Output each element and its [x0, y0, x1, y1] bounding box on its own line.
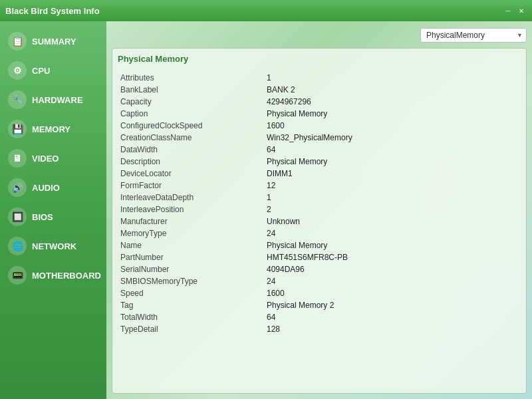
row-key: BankLabel	[118, 84, 264, 96]
table-row: InterleavePosition2	[118, 203, 521, 215]
close-button[interactable]: ✕	[516, 5, 527, 16]
row-value: 1	[264, 192, 521, 203]
info-table: Attributes1BankLabelBANK 2Capacity429496…	[118, 72, 521, 335]
memory-icon: 💾	[8, 120, 27, 138]
row-value: 24	[264, 227, 521, 239]
table-row: TypeDetail128	[118, 323, 521, 335]
sidebar-item-video[interactable]: 🖥VIDEO	[0, 144, 106, 173]
row-value: Physical Memory	[264, 156, 521, 168]
sidebar-label-summary: SUMMARY	[32, 37, 76, 47]
row-key: Attributes	[118, 72, 264, 84]
table-row: CaptionPhysical Memory	[118, 108, 521, 120]
summary-icon: 📋	[8, 32, 27, 51]
table-row: BankLabelBANK 2	[118, 84, 521, 96]
sidebar-item-network[interactable]: 🌐NETWORK	[0, 231, 106, 261]
audio-icon: 🔊	[8, 178, 27, 197]
table-row: ManufacturerUnknown	[118, 215, 521, 227]
row-value: Physical Memory	[264, 108, 521, 120]
row-value: 4094DA96	[264, 263, 521, 275]
row-value: Physical Memory	[264, 239, 521, 251]
row-value: 1600	[264, 120, 521, 132]
row-value: HMT451S6MFR8C-PB	[264, 251, 521, 263]
table-row: FormFactor12	[118, 180, 521, 192]
row-key: Description	[118, 156, 264, 168]
row-key: SMBIOSMemoryType	[118, 275, 264, 287]
row-key: InterleavePosition	[118, 203, 264, 215]
hardware-icon: 🔧	[8, 90, 27, 109]
sidebar-label-bios: BIOS	[32, 212, 53, 222]
table-row: DescriptionPhysical Memory	[118, 156, 521, 168]
sidebar-item-summary[interactable]: 📋SUMMARY	[0, 27, 106, 56]
row-key: PartNumber	[118, 251, 264, 263]
sidebar-label-network: NETWORK	[32, 241, 76, 251]
title-bar: Black Bird System Info ─ ✕	[0, 0, 532, 21]
sidebar-label-memory: MEMORY	[32, 124, 70, 134]
row-value: 2	[264, 203, 521, 215]
row-value: 12	[264, 180, 521, 192]
row-value: 64	[264, 144, 521, 156]
row-key: Manufacturer	[118, 215, 264, 227]
row-key: Name	[118, 239, 264, 251]
row-value: DIMM1	[264, 168, 521, 180]
sidebar: 📋SUMMARY⚙CPU🔧HARDWARE💾MEMORY🖥VIDEO🔊AUDIO…	[0, 21, 106, 399]
row-key: TotalWidth	[118, 311, 264, 323]
row-key: Caption	[118, 108, 264, 120]
sidebar-item-hardware[interactable]: 🔧HARDWARE	[0, 85, 106, 114]
row-value: Physical Memory 2	[264, 299, 521, 311]
sidebar-label-motherboard: MOTHERBOARD	[32, 271, 101, 281]
main-layout: 📋SUMMARY⚙CPU🔧HARDWARE💾MEMORY🖥VIDEO🔊AUDIO…	[0, 21, 532, 399]
table-row: MemoryType24	[118, 227, 521, 239]
sidebar-item-motherboard[interactable]: 📟MOTHERBOARD	[0, 261, 106, 290]
row-key: DataWidth	[118, 144, 264, 156]
sidebar-label-audio: AUDIO	[32, 183, 60, 193]
table-row: Capacity4294967296	[118, 96, 521, 108]
table-row: CreationClassNameWin32_PhysicalMemory	[118, 132, 521, 144]
row-value: 64	[264, 311, 521, 323]
sidebar-item-audio[interactable]: 🔊AUDIO	[0, 173, 106, 202]
table-row: PartNumberHMT451S6MFR8C-PB	[118, 251, 521, 263]
table-row: SMBIOSMemoryType24	[118, 275, 521, 287]
row-key: ConfiguredClockSpeed	[118, 120, 264, 132]
row-key: Speed	[118, 287, 264, 299]
cpu-icon: ⚙	[8, 61, 27, 80]
minimize-button[interactable]: ─	[503, 5, 513, 16]
row-key: SerialNumber	[118, 263, 264, 275]
row-value: BANK 2	[264, 84, 521, 96]
table-row: ConfiguredClockSpeed1600	[118, 120, 521, 132]
row-value: Unknown	[264, 215, 521, 227]
network-icon: 🌐	[8, 237, 27, 255]
row-key: DeviceLocator	[118, 168, 264, 180]
table-row: DeviceLocatorDIMM1	[118, 168, 521, 180]
sidebar-item-bios[interactable]: 🔲BIOS	[0, 202, 106, 231]
sidebar-item-memory[interactable]: 💾MEMORY	[0, 114, 106, 144]
table-row: DataWidth64	[118, 144, 521, 156]
row-key: Capacity	[118, 96, 264, 108]
bios-icon: 🔲	[8, 207, 27, 226]
table-row: TagPhysical Memory 2	[118, 299, 521, 311]
app-title: Black Bird System Info	[5, 6, 100, 16]
window-controls: ─ ✕	[503, 5, 527, 16]
table-row: SerialNumber4094DA96	[118, 263, 521, 275]
table-row: NamePhysical Memory	[118, 239, 521, 251]
sidebar-label-video: VIDEO	[32, 154, 59, 164]
memory-type-dropdown[interactable]: PhysicalMemoryVirtualMemory	[420, 28, 527, 43]
row-key: Tag	[118, 299, 264, 311]
row-key: FormFactor	[118, 180, 264, 192]
row-value: Win32_PhysicalMemory	[264, 132, 521, 144]
row-key: MemoryType	[118, 227, 264, 239]
sidebar-item-cpu[interactable]: ⚙CPU	[0, 56, 106, 85]
sidebar-label-hardware: HARDWARE	[32, 95, 83, 105]
table-row: InterleaveDataDepth1	[118, 192, 521, 203]
panel-title: Physical Memory	[118, 54, 521, 66]
row-value: 128	[264, 323, 521, 335]
sidebar-label-cpu: CPU	[32, 66, 50, 76]
row-value: 4294967296	[264, 96, 521, 108]
row-value: 24	[264, 275, 521, 287]
row-key: TypeDetail	[118, 323, 264, 335]
table-row: TotalWidth64	[118, 311, 521, 323]
content-area: PhysicalMemoryVirtualMemory Physical Mem…	[106, 21, 532, 399]
memory-type-dropdown-wrapper: PhysicalMemoryVirtualMemory	[420, 28, 527, 43]
table-row: Speed1600	[118, 287, 521, 299]
motherboard-icon: 📟	[8, 266, 27, 285]
row-value: 1	[264, 72, 521, 84]
